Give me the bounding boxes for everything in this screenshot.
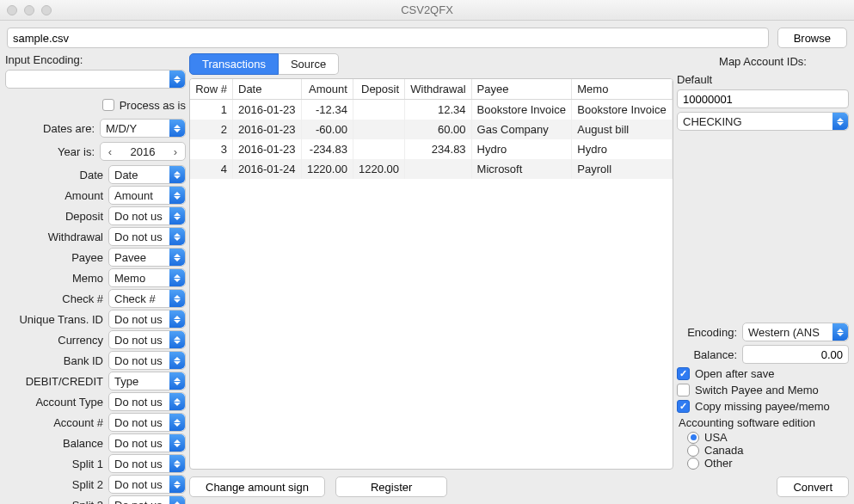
field-select[interactable]: Do not us xyxy=(108,227,186,246)
radio-canada-label: Canada xyxy=(704,444,744,457)
chevron-updown-icon xyxy=(169,496,185,504)
chevron-updown-icon xyxy=(169,207,185,224)
field-select[interactable]: Do not us xyxy=(108,475,186,494)
chevron-updown-icon xyxy=(832,323,848,341)
balance-input[interactable] xyxy=(742,345,849,364)
chevron-updown-icon xyxy=(169,455,185,472)
field-select[interactable]: Do not us xyxy=(108,351,186,370)
table-row[interactable]: 42016-01-241220.001220.00MicrosoftPayrol… xyxy=(190,159,673,179)
field-label: Check # xyxy=(62,292,103,305)
copy-missing-checkbox[interactable] xyxy=(677,400,690,413)
field-select-value: Date xyxy=(114,169,138,181)
field-select[interactable]: Do not us xyxy=(108,454,186,473)
radio-other[interactable] xyxy=(687,458,699,470)
field-select[interactable]: Do not us xyxy=(108,413,186,432)
file-bar: Browse xyxy=(0,21,854,53)
field-label: Date xyxy=(80,169,103,181)
year-increment[interactable]: › xyxy=(166,145,185,158)
field-select[interactable]: Pavee xyxy=(108,248,186,267)
table-cell: 234.83 xyxy=(405,139,472,159)
table-row[interactable]: 22016-01-23-60.0060.00Gas CompanyAugust … xyxy=(190,120,673,139)
field-select-value: Do not us xyxy=(114,334,163,347)
table-cell: August bill xyxy=(572,120,673,139)
table-cell xyxy=(353,139,404,159)
field-label: Withdrawal xyxy=(48,230,103,243)
switch-payee-memo-label: Switch Payee and Memo xyxy=(695,384,819,396)
account-type-select[interactable]: CHECKING xyxy=(677,112,849,131)
radio-canada[interactable] xyxy=(687,445,699,457)
year-value: 2016 xyxy=(120,145,166,158)
process-as-is-label: Process as is xyxy=(120,99,186,112)
table-cell: 1 xyxy=(190,100,233,120)
radio-usa-label: USA xyxy=(704,431,728,444)
chevron-updown-icon xyxy=(169,476,185,493)
switch-payee-memo-checkbox[interactable] xyxy=(677,384,690,396)
browse-button[interactable]: Browse xyxy=(777,28,847,48)
column-header[interactable]: Deposit xyxy=(353,79,404,100)
convert-button[interactable]: Convert xyxy=(777,476,849,497)
field-select-value: Do not us xyxy=(114,354,163,367)
table-cell: -234.83 xyxy=(301,139,353,159)
year-decrement[interactable]: ‹ xyxy=(101,145,120,158)
table-row[interactable]: 12016-01-23-12.3412.34Bookstore InvoiceB… xyxy=(190,100,673,120)
field-select[interactable]: Do not us xyxy=(108,310,186,329)
field-select[interactable]: Do not us xyxy=(108,206,186,225)
register-button[interactable]: Register xyxy=(335,476,447,497)
accounting-edition-legend: Accounting software edition xyxy=(679,416,815,429)
file-path-input[interactable] xyxy=(7,28,769,48)
default-account-input[interactable] xyxy=(677,89,849,108)
field-select-value: Do not us xyxy=(114,210,163,223)
column-header[interactable]: Withdrawal xyxy=(405,79,472,100)
year-stepper[interactable]: ‹ 2016 › xyxy=(100,142,186,161)
field-select[interactable]: Date xyxy=(108,165,186,184)
open-after-save-checkbox[interactable] xyxy=(677,367,690,380)
field-select-value: Memo xyxy=(114,272,145,285)
table-cell: Gas Company xyxy=(471,120,572,139)
field-select-value: Do not us xyxy=(114,499,163,505)
table-cell: 12.34 xyxy=(405,100,472,120)
chevron-updown-icon xyxy=(169,187,185,204)
table-cell xyxy=(405,159,472,179)
field-select[interactable]: Do not us xyxy=(108,330,186,349)
field-label: Deposit xyxy=(65,210,103,223)
transactions-table-wrap[interactable]: Row #DateAmountDepositWithdrawalPayeeMem… xyxy=(189,78,673,470)
field-select[interactable]: Do not us xyxy=(108,392,186,411)
tabs: Transactions Source xyxy=(189,53,673,75)
field-select[interactable]: Memo xyxy=(108,268,186,287)
field-label: Memo xyxy=(72,272,103,285)
input-encoding-select[interactable] xyxy=(5,70,186,89)
balance-label: Balance: xyxy=(677,348,737,361)
chevron-updown-icon xyxy=(169,310,185,328)
field-label: Account Type xyxy=(35,396,103,409)
field-select-value: Do not us xyxy=(114,437,163,450)
dates-are-value: M/D/Y xyxy=(106,122,137,135)
process-as-is-checkbox[interactable] xyxy=(102,99,114,111)
encoding-label: Encoding: xyxy=(677,326,737,339)
mapping-panel: Input Encoding: Process as is Dates are:… xyxy=(5,53,186,497)
year-is-label: Year is: xyxy=(58,145,95,158)
right-panel: Map Account IDs: Default CHECKING Encodi… xyxy=(677,53,849,497)
column-header[interactable]: Amount xyxy=(301,79,353,100)
field-select[interactable]: Type xyxy=(108,372,186,390)
field-select-value: Do not us xyxy=(114,458,163,470)
field-select[interactable]: Do not us xyxy=(108,495,186,504)
radio-usa[interactable] xyxy=(687,432,699,444)
table-row[interactable]: 32016-01-23-234.83234.83HydroHydro xyxy=(190,139,673,159)
column-header[interactable]: Date xyxy=(233,79,302,100)
field-label: Bank ID xyxy=(64,354,103,367)
column-header[interactable]: Memo xyxy=(572,79,673,100)
tab-transactions[interactable]: Transactions xyxy=(189,53,279,75)
field-select[interactable]: Do not us xyxy=(108,433,186,452)
field-select[interactable]: Check # xyxy=(108,289,186,308)
field-label: Currency xyxy=(58,334,103,347)
chevron-updown-icon xyxy=(169,352,185,369)
output-encoding-select[interactable]: Western (ANS xyxy=(742,323,849,341)
change-amount-sign-button[interactable]: Change amount sign xyxy=(189,476,325,497)
chevron-updown-icon xyxy=(169,120,185,137)
dates-are-select[interactable]: M/D/Y xyxy=(100,119,186,138)
tab-source[interactable]: Source xyxy=(279,53,339,75)
table-cell: 3 xyxy=(190,139,233,159)
column-header[interactable]: Payee xyxy=(471,79,572,100)
column-header[interactable]: Row # xyxy=(190,79,233,100)
field-select[interactable]: Amount xyxy=(108,186,186,205)
